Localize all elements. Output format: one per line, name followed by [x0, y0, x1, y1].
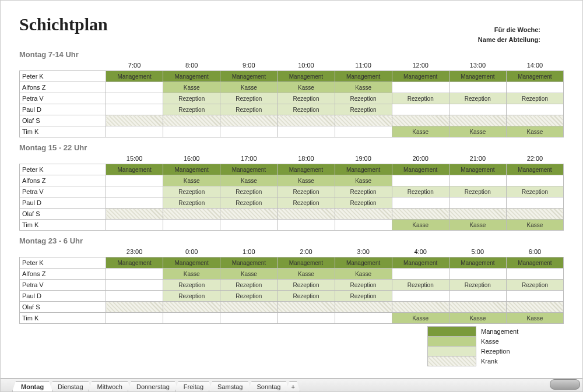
schedule-cell[interactable] [220, 302, 278, 313]
schedule-cell[interactable]: Kasse [335, 269, 392, 280]
schedule-cell[interactable]: Management [106, 164, 163, 175]
schedule-cell[interactable] [163, 209, 220, 220]
schedule-cell[interactable] [278, 302, 335, 313]
schedule-cell[interactable]: Rezeption [392, 280, 449, 291]
schedule-cell[interactable] [335, 115, 392, 126]
schedule-cell[interactable] [278, 115, 335, 126]
schedule-cell[interactable] [278, 126, 335, 137]
horizontal-scrollbar[interactable] [550, 379, 580, 390]
schedule-cell[interactable] [449, 82, 506, 93]
schedule-cell[interactable] [106, 126, 163, 137]
schedule-cell[interactable]: Rezeption [335, 291, 392, 302]
schedule-cell[interactable] [163, 302, 220, 313]
schedule-cell[interactable] [106, 313, 163, 324]
schedule-cell[interactable]: Rezeption [220, 280, 278, 291]
schedule-cell[interactable] [106, 302, 163, 313]
add-sheet-tab[interactable]: + [286, 381, 300, 391]
schedule-cell[interactable]: Kasse [278, 82, 335, 93]
schedule-cell[interactable] [220, 209, 278, 220]
schedule-cell[interactable]: Management [220, 257, 278, 269]
schedule-cell[interactable]: Rezeption [506, 186, 563, 197]
schedule-cell[interactable] [278, 220, 335, 231]
schedule-cell[interactable]: Management [220, 71, 278, 82]
schedule-cell[interactable]: Rezeption [278, 93, 335, 104]
schedule-cell[interactable]: Rezeption [449, 280, 506, 291]
schedule-cell[interactable]: Management [278, 257, 335, 269]
schedule-cell[interactable] [220, 313, 278, 324]
schedule-cell[interactable] [506, 82, 563, 93]
schedule-cell[interactable]: Rezeption [335, 197, 392, 209]
schedule-cell[interactable]: Rezeption [163, 186, 220, 197]
schedule-cell[interactable] [335, 209, 392, 220]
schedule-cell[interactable] [106, 115, 163, 126]
schedule-cell[interactable] [106, 104, 163, 115]
schedule-cell[interactable] [220, 126, 278, 137]
schedule-cell[interactable]: Kasse [163, 175, 220, 186]
schedule-cell[interactable]: Rezeption [335, 186, 392, 197]
schedule-cell[interactable]: Management [392, 164, 449, 175]
schedule-cell[interactable]: Kasse [506, 313, 563, 324]
schedule-cell[interactable]: Rezeption [278, 197, 335, 209]
schedule-cell[interactable]: Management [106, 71, 163, 82]
schedule-cell[interactable]: Kasse [278, 175, 335, 186]
schedule-cell[interactable] [392, 115, 449, 126]
schedule-cell[interactable] [106, 269, 163, 280]
schedule-cell[interactable]: Management [392, 257, 449, 269]
schedule-cell[interactable] [163, 115, 220, 126]
schedule-cell[interactable]: Management [449, 71, 506, 82]
schedule-cell[interactable]: Rezeption [278, 291, 335, 302]
schedule-cell[interactable] [392, 175, 449, 186]
schedule-cell[interactable] [506, 104, 563, 115]
schedule-cell[interactable] [449, 291, 506, 302]
schedule-cell[interactable] [449, 209, 506, 220]
schedule-cell[interactable]: Rezeption [220, 186, 278, 197]
schedule-cell[interactable]: Management [449, 257, 506, 269]
schedule-cell[interactable]: Rezeption [335, 93, 392, 104]
schedule-cell[interactable]: Kasse [163, 269, 220, 280]
schedule-cell[interactable]: Management [335, 257, 392, 269]
schedule-cell[interactable]: Rezeption [392, 186, 449, 197]
schedule-cell[interactable]: Rezeption [449, 186, 506, 197]
schedule-cell[interactable]: Rezeption [278, 280, 335, 291]
schedule-cell[interactable]: Kasse [392, 313, 449, 324]
schedule-cell[interactable] [278, 313, 335, 324]
schedule-cell[interactable]: Management [506, 71, 563, 82]
schedule-cell[interactable] [220, 220, 278, 231]
schedule-cell[interactable] [392, 291, 449, 302]
schedule-cell[interactable] [335, 313, 392, 324]
schedule-cell[interactable]: Management [163, 71, 220, 82]
schedule-cell[interactable] [163, 313, 220, 324]
schedule-cell[interactable]: Kasse [220, 82, 278, 93]
schedule-cell[interactable] [106, 197, 163, 209]
schedule-cell[interactable] [506, 302, 563, 313]
schedule-cell[interactable]: Rezeption [278, 104, 335, 115]
schedule-cell[interactable] [335, 126, 392, 137]
schedule-cell[interactable] [506, 209, 563, 220]
schedule-cell[interactable] [392, 302, 449, 313]
schedule-cell[interactable] [106, 209, 163, 220]
schedule-cell[interactable] [449, 104, 506, 115]
schedule-cell[interactable]: Kasse [163, 82, 220, 93]
schedule-cell[interactable] [392, 209, 449, 220]
sheet-tab-samstag[interactable]: Samstag [209, 381, 251, 391]
schedule-cell[interactable]: Management [220, 164, 278, 175]
schedule-cell[interactable]: Rezeption [335, 280, 392, 291]
schedule-cell[interactable] [106, 280, 163, 291]
schedule-cell[interactable]: Rezeption [449, 93, 506, 104]
schedule-cell[interactable] [220, 115, 278, 126]
schedule-cell[interactable] [449, 269, 506, 280]
schedule-cell[interactable] [106, 175, 163, 186]
schedule-cell[interactable]: Kasse [220, 175, 278, 186]
schedule-cell[interactable]: Management [506, 257, 563, 269]
schedule-cell[interactable]: Kasse [335, 82, 392, 93]
schedule-cell[interactable]: Kasse [392, 220, 449, 231]
schedule-cell[interactable] [449, 115, 506, 126]
schedule-cell[interactable]: Kasse [449, 126, 506, 137]
schedule-cell[interactable] [506, 175, 563, 186]
schedule-cell[interactable]: Rezeption [163, 280, 220, 291]
schedule-cell[interactable]: Management [335, 71, 392, 82]
schedule-cell[interactable]: Management [163, 164, 220, 175]
schedule-cell[interactable] [106, 220, 163, 231]
schedule-cell[interactable] [449, 197, 506, 209]
schedule-cell[interactable]: Kasse [220, 269, 278, 280]
